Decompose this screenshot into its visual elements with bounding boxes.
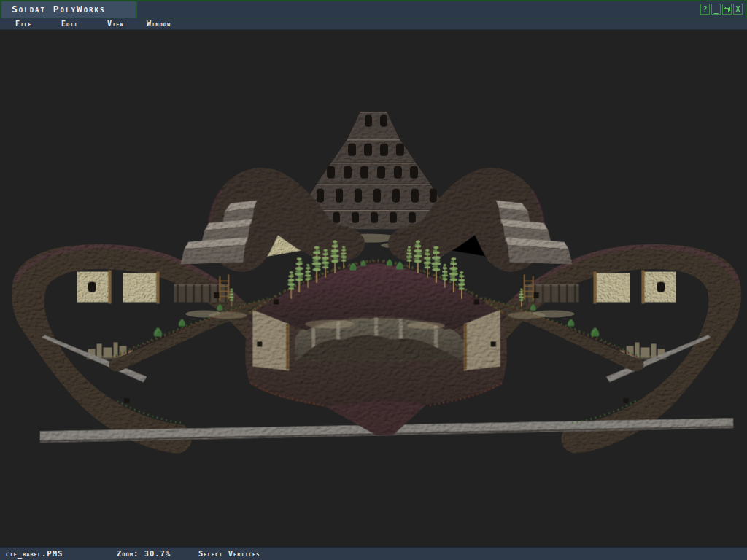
help-button[interactable]: ? — [700, 4, 710, 15]
app-title-label: Soldat PolyWorks — [1, 1, 136, 18]
status-edit-mode: Select Vertices — [198, 548, 260, 560]
window-controls: ? _ X — [700, 4, 743, 15]
menu-file[interactable]: File — [15, 18, 32, 29]
menu-edit[interactable]: Edit — [61, 18, 78, 29]
editor-canvas[interactable] — [0, 31, 747, 547]
menu-window[interactable]: Window — [147, 18, 171, 29]
help-icon: ? — [703, 6, 707, 13]
central-mound[interactable] — [245, 260, 507, 435]
statusbar: ctf_babel.PMS Zoom: 30.7% Select Vertice… — [0, 547, 747, 560]
restore-button[interactable] — [722, 4, 732, 15]
app-title: Soldat PolyWorks — [1, 1, 137, 18]
status-filename: ctf_babel.PMS — [6, 548, 63, 560]
restore-icon — [724, 7, 730, 12]
app-window: Soldat PolyWorks ? _ X File Edit View Wi… — [0, 0, 747, 560]
menubar: File Edit View Window — [0, 18, 747, 30]
close-button[interactable]: X — [733, 4, 743, 15]
close-icon: X — [735, 6, 740, 13]
minimize-button[interactable]: _ — [711, 4, 721, 15]
map-viewport[interactable] — [0, 31, 747, 547]
menu-view[interactable]: View — [107, 18, 124, 29]
minimize-icon: _ — [713, 6, 718, 13]
titlebar: Soldat PolyWorks ? _ X — [0, 0, 747, 18]
status-zoom-level: Zoom: 30.7% — [117, 548, 171, 560]
